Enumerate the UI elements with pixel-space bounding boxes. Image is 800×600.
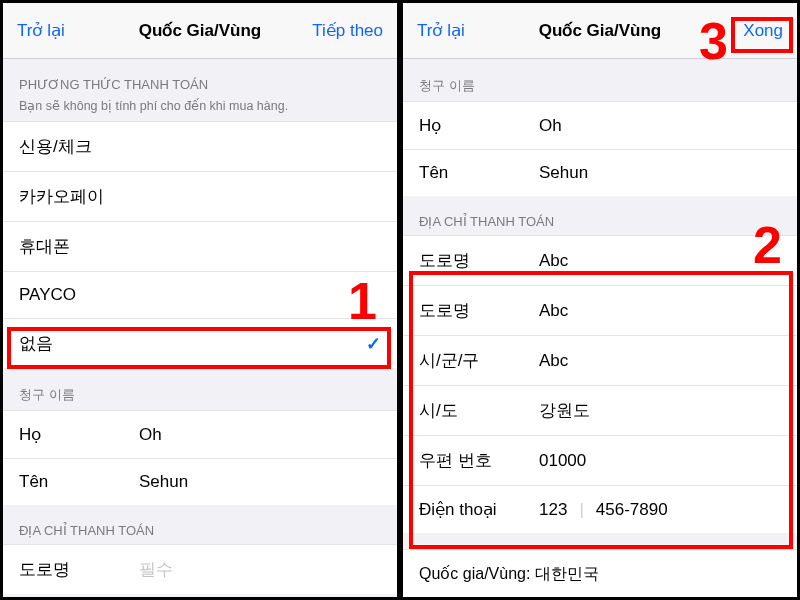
first-name-row[interactable]: Tên Sehun (3, 458, 397, 505)
address-row[interactable]: 우편 번호 01000 (403, 435, 797, 485)
last-name-label: Họ (19, 424, 139, 445)
street-label: 도로명 (19, 558, 139, 581)
billing-address-header: ĐỊA CHỈ THANH TOÁN (403, 196, 797, 235)
nav-bar: Trở lại Quốc Gia/Vùng Xong (403, 3, 797, 59)
right-panel: Trở lại Quốc Gia/Vùng Xong 청구 이름 Họ Oh T… (400, 0, 800, 600)
first-name-label: Tên (19, 472, 139, 492)
payment-option[interactable]: 휴대폰 (3, 221, 397, 271)
first-name-label: Tên (419, 163, 539, 183)
checkmark-icon: ✓ (366, 333, 381, 355)
nav-title: Quốc Gia/Vùng (97, 20, 303, 41)
phone-number: 456-7890 (596, 500, 668, 520)
country-region-row[interactable]: Quốc gia/Vùng: 대한민국 (403, 549, 797, 599)
last-name-value: Oh (539, 116, 562, 136)
billing-name-header: 청구 이름 (3, 368, 397, 410)
payment-option-label: 신용/체크 (19, 135, 92, 158)
back-button[interactable]: Trở lại (417, 20, 497, 41)
first-name-value: Sehun (139, 472, 188, 492)
payment-section-header: PHƯƠNG THỨC THANH TOÁN (3, 59, 397, 98)
nav-bar: Trở lại Quốc Gia/Vùng Tiếp theo (3, 3, 397, 59)
first-name-row[interactable]: Tên Sehun (403, 149, 797, 196)
nav-title: Quốc Gia/Vùng (497, 20, 703, 41)
phone-row[interactable]: Điện thoại 123 | 456-7890 (403, 485, 797, 533)
address-row[interactable]: 시/군/구 Abc (403, 335, 797, 385)
last-name-row[interactable]: Họ Oh (3, 410, 397, 458)
payment-option-label: 없음 (19, 332, 53, 355)
done-button[interactable]: Xong (703, 21, 783, 41)
first-name-value: Sehun (539, 163, 588, 183)
payment-option[interactable]: 카카오페이 (3, 171, 397, 221)
payment-option[interactable]: PAYCO (3, 271, 397, 318)
address-value: Abc (539, 351, 568, 371)
address-label: 시/군/구 (419, 349, 539, 372)
address-value: 강원도 (539, 399, 590, 422)
billing-name-header: 청구 이름 (403, 59, 797, 101)
payment-option-none[interactable]: 없음 ✓ (3, 318, 397, 368)
address-row[interactable]: 시/도 강원도 (403, 385, 797, 435)
phone-separator: | (579, 500, 583, 520)
next-button[interactable]: Tiếp theo (303, 20, 383, 41)
address-value: Abc (539, 251, 568, 271)
address-value: Abc (539, 301, 568, 321)
address-row[interactable]: 도로명 Abc (403, 285, 797, 335)
street-placeholder: 필수 (139, 558, 173, 581)
address-value: 01000 (539, 451, 586, 471)
left-panel: Trở lại Quốc Gia/Vùng Tiếp theo PHƯƠNG T… (0, 0, 400, 600)
phone-label: Điện thoại (419, 499, 539, 520)
address-label: 시/도 (419, 399, 539, 422)
address-label: 도로명 (419, 249, 539, 272)
last-name-label: Họ (419, 115, 539, 136)
street-row[interactable]: 도로명 필수 (3, 544, 397, 594)
last-name-value: Oh (139, 425, 162, 445)
payment-option-label: 휴대폰 (19, 235, 70, 258)
address-row[interactable]: 도로명 Abc (403, 235, 797, 285)
phone-prefix: 123 (539, 500, 567, 520)
billing-address-header: ĐỊA CHỈ THANH TOÁN (3, 505, 397, 544)
last-name-row[interactable]: Họ Oh (403, 101, 797, 149)
payment-option-label: PAYCO (19, 285, 76, 305)
payment-option-label: 카카오페이 (19, 185, 104, 208)
address-label: 우편 번호 (419, 449, 539, 472)
back-button[interactable]: Trở lại (17, 20, 97, 41)
address-label: 도로명 (419, 299, 539, 322)
payment-section-sub: Bạn sẽ không bị tính phí cho đến khi mua… (3, 98, 397, 121)
payment-option[interactable]: 신용/체크 (3, 121, 397, 171)
